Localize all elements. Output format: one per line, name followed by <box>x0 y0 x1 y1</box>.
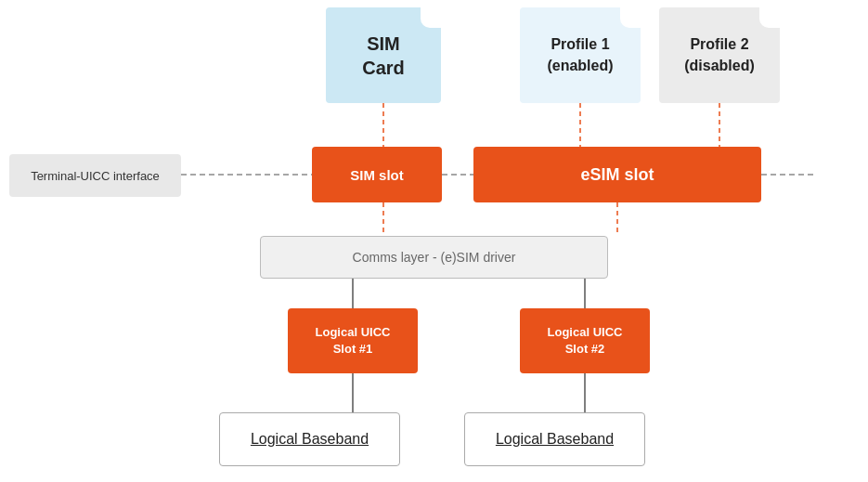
logical-uicc2-label: Logical UICC Slot #2 <box>548 324 623 358</box>
logical-baseband2-label: Logical Baseband <box>496 431 614 448</box>
sim-card-box: SIM Card <box>326 7 441 103</box>
logical-baseband2-box: Logical Baseband <box>464 412 645 466</box>
sim-slot-box: SIM slot <box>312 147 442 202</box>
terminal-uicc-box: Terminal-UICC interface <box>9 154 181 197</box>
profile2-box: Profile 2 (disabled) <box>659 7 780 103</box>
terminal-uicc-label: Terminal-UICC interface <box>31 169 160 183</box>
logical-uicc2-box: Logical UICC Slot #2 <box>520 308 650 373</box>
diagram-container: SIM Card Profile 1 (enabled) Profile 2 (… <box>0 0 868 482</box>
profile1-label: Profile 1 (enabled) <box>547 34 613 76</box>
sim-card-label: SIM Card <box>362 32 405 80</box>
profile1-box: Profile 1 (enabled) <box>520 7 641 103</box>
esim-slot-box: eSIM slot <box>473 147 761 202</box>
sim-slot-label: SIM slot <box>350 167 404 183</box>
esim-slot-label: eSIM slot <box>580 165 654 185</box>
logical-uicc1-label: Logical UICC Slot #1 <box>316 324 391 358</box>
profile2-label: Profile 2 (disabled) <box>684 34 755 76</box>
comms-layer-box: Comms layer - (e)SIM driver <box>260 236 608 279</box>
logical-baseband1-box: Logical Baseband <box>219 412 400 466</box>
logical-uicc1-box: Logical UICC Slot #1 <box>288 308 418 373</box>
logical-baseband1-label: Logical Baseband <box>251 431 369 448</box>
comms-layer-label: Comms layer - (e)SIM driver <box>353 250 516 265</box>
